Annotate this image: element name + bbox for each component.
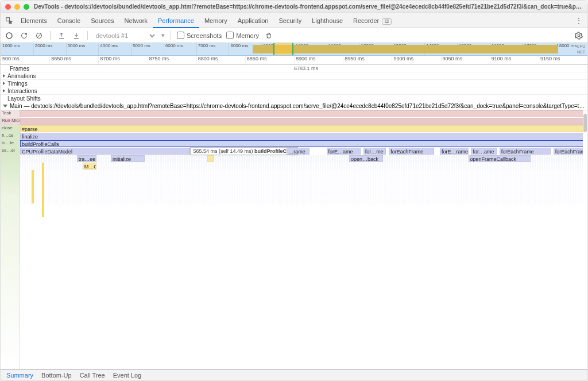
foreachframe-bar[interactable]: forEachFrame	[389, 148, 434, 155]
task-bar[interactable]	[20, 110, 587, 117]
settings-button[interactable]	[574, 30, 584, 41]
tab-application[interactable]: Application	[233, 13, 274, 28]
profile-select[interactable]: devtools #1	[94, 32, 157, 40]
preview-badge: ⚃	[382, 18, 392, 25]
svg-point-3	[578, 34, 580, 37]
reload-button[interactable]	[19, 30, 29, 41]
track-interactions[interactable]: Interactions	[1, 87, 587, 95]
flame-gutter: Task Run Microtasks close fi…ce lo…te se…	[1, 110, 20, 369]
tab-elements[interactable]: Elements	[16, 13, 52, 28]
overview-selection[interactable]	[273, 43, 293, 55]
btab-bottomup[interactable]: Bottom-Up	[41, 372, 72, 379]
zoom-window-button[interactable]	[24, 4, 29, 10]
track-layoutshifts[interactable]: Layout Shifts	[1, 95, 587, 102]
forame-bar[interactable]: for…ame	[471, 148, 496, 155]
track-animations[interactable]: Animations	[1, 72, 587, 80]
tab-performance[interactable]: Performance	[153, 13, 199, 28]
run-microtasks-bar[interactable]	[20, 118, 587, 125]
scroll-thumb[interactable]	[583, 114, 587, 132]
main-thread-header[interactable]: Main — devtools://devtools/bundled/devto…	[1, 102, 587, 110]
timeline-overview[interactable]: 1000 ms2000 ms3000 ms4000 ms5000 ms6000 …	[1, 43, 587, 56]
buildprofilecalls-bar[interactable]: buildProfileCalls	[20, 140, 587, 147]
track-timings[interactable]: Timings	[1, 80, 587, 87]
tab-security[interactable]: Security	[273, 13, 307, 28]
inspect-icon[interactable]	[3, 17, 16, 25]
forme-bar[interactable]: for…me	[363, 148, 386, 155]
mc-bar[interactable]: M…C	[83, 163, 97, 170]
parse-bar[interactable]: #parse	[20, 125, 587, 132]
btab-calltree[interactable]: Call Tree	[80, 372, 105, 379]
tab-lighthouse[interactable]: Lighthouse	[307, 13, 348, 28]
download-button[interactable]	[71, 30, 82, 41]
openframecallback-bar[interactable]: openFrameCallback	[469, 155, 531, 162]
frame-marker: 6783.1 ms	[294, 66, 318, 71]
more-icon[interactable]: ⋮	[572, 17, 585, 25]
flame-chart[interactable]: Task Run Microtasks close fi…ce lo…te se…	[1, 110, 587, 369]
clear-button[interactable]	[34, 30, 44, 41]
trash-button[interactable]	[264, 30, 274, 41]
overview-activity	[253, 45, 558, 53]
openback-bar[interactable]: open…back	[349, 155, 383, 162]
close-window-button[interactable]	[5, 4, 11, 10]
tab-sources[interactable]: Sources	[86, 13, 119, 28]
details-tabbar: Summary Bottom-Up Call Tree Event Log	[1, 369, 587, 380]
window-titlebar: DevTools - devtools://devtools/bundled/d…	[1, 1, 587, 13]
svg-point-1	[6, 33, 12, 39]
screenshots-checkbox[interactable]: Screenshots	[177, 32, 222, 39]
rame-bar[interactable]: …rame	[287, 148, 310, 155]
finalize-bar[interactable]: finalize	[20, 133, 587, 140]
traee-bar[interactable]: tra…ee	[77, 155, 97, 162]
record-button[interactable]	[4, 30, 14, 41]
minimize-window-button[interactable]	[14, 4, 20, 10]
marker2	[42, 163, 44, 217]
tooltip: 565.54 ms (self 14.49 ms) buildProfileCa…	[190, 147, 298, 155]
traffic-lights	[5, 4, 29, 10]
devtools-tabbar: Elements Console Sources Network Perform…	[1, 13, 587, 28]
overview-side-labels: CPUNET	[575, 43, 587, 55]
frames-track[interactable]: Frames 6783.1 ms	[1, 65, 587, 72]
tab-console[interactable]: Console	[52, 13, 86, 28]
initialize-bar[interactable]: initialize	[111, 155, 145, 162]
window-title: DevTools - devtools://devtools/bundled/d…	[34, 3, 583, 10]
foreachframe2-bar[interactable]: forEachFrame	[500, 148, 551, 155]
btab-eventlog[interactable]: Event Log	[113, 372, 142, 379]
yellow-chunk[interactable]	[207, 155, 214, 162]
marker1	[32, 170, 34, 203]
tab-recorder[interactable]: Recorder ⚃	[348, 13, 397, 28]
memory-checkbox[interactable]: Memory	[226, 32, 259, 39]
tab-network[interactable]: Network	[119, 13, 153, 28]
perf-toolbar: devtools #1 ▾ Screenshots Memory	[1, 28, 587, 43]
foreame-bar[interactable]: forE…ame	[327, 148, 361, 155]
cpuprofile-bar[interactable]: CPUProfileDataModel	[20, 148, 190, 155]
tab-memory[interactable]: Memory	[199, 13, 233, 28]
vertical-scrollbar[interactable]	[583, 110, 587, 369]
btab-summary[interactable]: Summary	[6, 372, 33, 379]
forerame-bar[interactable]: forE…rame	[440, 148, 468, 155]
main-ruler[interactable]: 500 ms8650 ms8700 ms8750 ms8800 ms8850 m…	[1, 56, 587, 65]
upload-button[interactable]	[56, 30, 67, 41]
